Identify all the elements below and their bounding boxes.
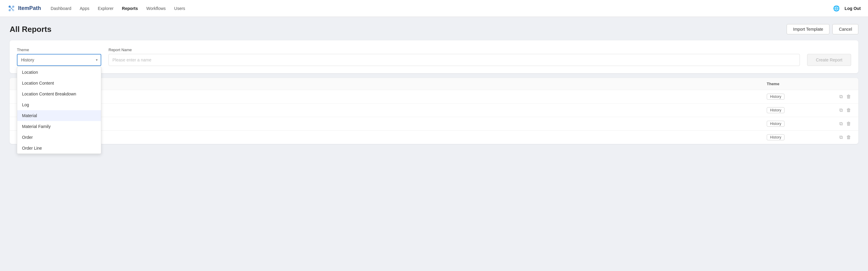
dropdown-item-location[interactable]: Location: [17, 67, 101, 78]
dropdown-item-order-line[interactable]: Order Line: [17, 143, 101, 154]
page-actions: Import Template Cancel: [786, 24, 858, 34]
import-template-button[interactable]: Import Template: [786, 24, 830, 34]
nav-users[interactable]: Users: [174, 6, 185, 11]
row-2-delete-icon[interactable]: 🗑: [846, 107, 851, 113]
navbar: ItemPath Dashboard Apps Explorer Reports…: [0, 0, 868, 17]
page-title: All Reports: [10, 25, 52, 34]
row-4-name: onfirmations with Errors: [17, 135, 767, 140]
row-3-actions: ⧉ 🗑: [827, 121, 851, 127]
dropdown-item-location-content-breakdown[interactable]: Location Content Breakdown: [17, 89, 101, 99]
dropdown-item-material-family[interactable]: Material Family: [17, 121, 101, 132]
report-name-label: Report Name: [108, 47, 800, 52]
row-3-theme: History: [767, 121, 827, 127]
create-report-button[interactable]: Create Report: [807, 54, 851, 66]
globe-icon[interactable]: 🌐: [833, 5, 840, 12]
form-card: Theme History Location Location Content …: [10, 40, 858, 73]
table-row: Transactions History ⧉ 🗑: [10, 104, 858, 117]
row-4-copy-icon[interactable]: ⧉: [839, 135, 843, 140]
row-3-name: ransactions: [17, 121, 767, 126]
page-content: All Reports Import Template Cancel Theme…: [0, 17, 868, 151]
table-row: ransactions History ⧉ 🗑: [10, 117, 858, 131]
form-row: Theme History Location Location Content …: [17, 47, 851, 66]
col-report-name: rt Name: [17, 81, 767, 86]
table-header: rt Name Theme: [10, 78, 858, 90]
col-actions: [827, 81, 851, 86]
row-1-theme-badge: History: [767, 94, 784, 100]
row-2-actions: ⧉ 🗑: [827, 107, 851, 113]
table-row: onfirmations with Errors History ⧉ 🗑: [10, 131, 858, 144]
row-2-theme-badge: History: [767, 107, 784, 113]
nav-dashboard[interactable]: Dashboard: [51, 6, 71, 11]
nav-links: Dashboard Apps Explorer Reports Workflow…: [51, 6, 833, 11]
nav-explorer[interactable]: Explorer: [98, 6, 113, 11]
dropdown-item-material[interactable]: Material: [17, 110, 101, 121]
logo-text: ItemPath: [18, 5, 41, 11]
theme-dropdown-menu: Location Location Content Location Conte…: [17, 67, 101, 154]
theme-label: Theme: [17, 47, 101, 52]
row-1-name: t Transactions: [17, 94, 767, 99]
row-1-theme: History: [767, 94, 827, 100]
nav-logo[interactable]: ItemPath: [7, 4, 41, 13]
row-2-theme: History: [767, 107, 827, 113]
col-theme: Theme: [767, 81, 827, 86]
page-header: All Reports Import Template Cancel: [10, 24, 858, 34]
nav-reports[interactable]: Reports: [122, 6, 138, 11]
row-3-theme-badge: History: [767, 121, 784, 127]
nav-workflows[interactable]: Workflows: [147, 6, 166, 11]
logout-button[interactable]: Log Out: [844, 6, 861, 11]
logo-icon: [7, 4, 16, 13]
theme-select-wrapper: History Location Location Content Locati…: [17, 54, 101, 66]
row-2-name: Transactions: [17, 108, 767, 113]
row-4-delete-icon[interactable]: 🗑: [846, 135, 851, 140]
row-1-actions: ⧉ 🗑: [827, 94, 851, 99]
reports-table: rt Name Theme t Transactions History ⧉ 🗑…: [10, 78, 858, 144]
dropdown-item-log[interactable]: Log: [17, 99, 101, 110]
row-3-copy-icon[interactable]: ⧉: [839, 121, 843, 127]
row-4-theme: History: [767, 134, 827, 140]
row-2-copy-icon[interactable]: ⧉: [839, 107, 843, 113]
row-1-delete-icon[interactable]: 🗑: [846, 94, 851, 99]
dropdown-item-location-content[interactable]: Location Content: [17, 78, 101, 89]
row-1-copy-icon[interactable]: ⧉: [839, 94, 843, 99]
row-4-theme-badge: History: [767, 134, 784, 140]
report-name-group: Report Name: [108, 47, 800, 66]
row-3-delete-icon[interactable]: 🗑: [846, 121, 851, 127]
report-name-input[interactable]: [108, 54, 800, 66]
theme-group: Theme History Location Location Content …: [17, 47, 101, 66]
nav-apps[interactable]: Apps: [80, 6, 90, 11]
theme-select[interactable]: History Location Location Content Locati…: [17, 54, 101, 66]
row-4-actions: ⧉ 🗑: [827, 135, 851, 140]
nav-right: 🌐 Log Out: [833, 5, 861, 12]
dropdown-item-order[interactable]: Order: [17, 132, 101, 143]
table-row: t Transactions History ⧉ 🗑: [10, 90, 858, 104]
cancel-button[interactable]: Cancel: [832, 24, 858, 34]
